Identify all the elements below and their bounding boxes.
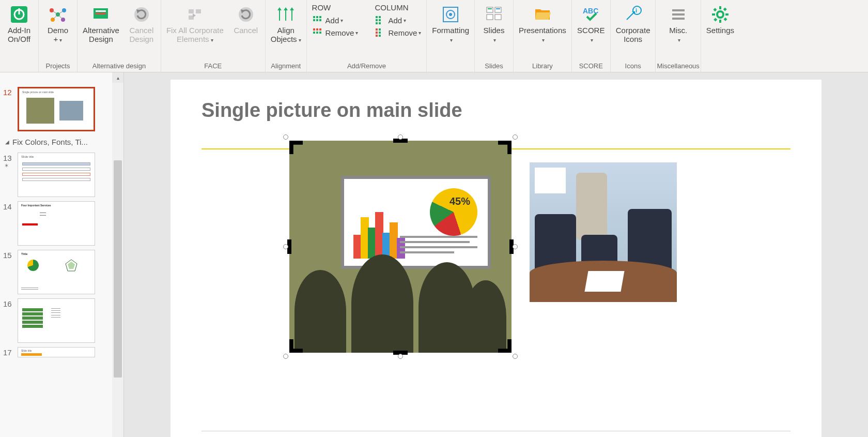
settings-button[interactable]: Settings (702, 2, 738, 37)
selection-handle[interactable] (283, 134, 288, 140)
svg-rect-36 (316, 28, 318, 31)
fix-corporate-button[interactable]: Fix All CorporateElements▾ (162, 2, 228, 46)
altdesign-label: AlternativeDesign (83, 26, 119, 44)
thumb-15[interactable]: 15 Title ▬▬▬▬▬▬▬▬▬▬▬▬▬▬▬▬▬▬▬▬▬▬ (0, 248, 123, 296)
thumbnails-panel: ▴ 12 Single picture on main slide ◢ Fix … (0, 72, 124, 437)
presentations-button[interactable]: Presentations▾ (515, 2, 570, 46)
slide-canvas-area[interactable]: Single picture on main slide (124, 72, 868, 437)
svg-rect-45 (379, 19, 381, 21)
svg-rect-44 (379, 16, 381, 18)
col-remove-button[interactable]: Remove▾ (375, 26, 421, 39)
svg-rect-75 (723, 7, 727, 11)
row-header: ROW (312, 3, 331, 12)
group-alignment: AlignObjects▾ Alignment (266, 0, 307, 72)
svg-rect-77 (723, 18, 727, 21)
thumb-13[interactable]: 13✶ Slide title (0, 150, 123, 199)
svg-rect-29 (313, 16, 315, 18)
thumb-16[interactable]: 16 ▬▬▬▬▬▬▬▬▬▬▬▬▬▬▬▬▬▬▬▬▬▬▬▬▬▬▬▬▬▬ (0, 296, 123, 345)
svg-rect-30 (316, 16, 318, 18)
chevron-down-icon: ▾ (450, 37, 453, 43)
score-button[interactable]: ABC SCORE▾ (573, 2, 609, 46)
selection-handle[interactable] (283, 244, 288, 249)
scroll-up-arrow-icon[interactable]: ▴ (112, 72, 123, 83)
chevron-down-icon: ▾ (211, 37, 213, 43)
thumb-14[interactable]: 14 Four Important Services ▬▬▬▬▬▬ (0, 199, 123, 248)
selection-handle[interactable] (398, 354, 403, 359)
slide-title[interactable]: Single picture on main slide (202, 99, 791, 122)
selection-handle[interactable] (283, 354, 288, 359)
settings-label: Settings (706, 26, 734, 35)
selected-image[interactable]: 45% (289, 141, 512, 353)
corporate-icons-button[interactable]: i CorporateIcons (612, 2, 655, 46)
svg-rect-37 (319, 28, 321, 31)
svg-rect-14 (96, 13, 106, 14)
thumb-image: ▬▬▬▬▬▬▬▬▬▬▬▬▬▬▬▬▬▬▬▬▬▬▬▬▬▬▬▬▬▬ (18, 298, 95, 343)
formatting-label: Formatting (432, 26, 469, 35)
selection-handle[interactable] (513, 134, 518, 140)
selection-handle[interactable] (398, 134, 403, 140)
svg-rect-34 (319, 19, 321, 21)
thumb-12[interactable]: 12 Single picture on main slide (0, 85, 123, 133)
align-objects-button[interactable]: AlignObjects▾ (267, 2, 305, 46)
thumb-17[interactable]: 17 Slide title (0, 345, 123, 359)
thumb-image: Four Important Services ▬▬▬▬▬▬ (18, 201, 95, 246)
power-icon (9, 4, 29, 25)
section-header[interactable]: ◢ Fix Colors, Fonts, Ti... (0, 133, 123, 150)
score-label: SCORE (577, 26, 605, 35)
chevron-down-icon: ▾ (404, 18, 406, 23)
svg-rect-48 (376, 32, 378, 34)
meeting-photo[interactable] (530, 162, 677, 302)
misc-button[interactable]: Misc.▾ (660, 2, 696, 46)
svg-rect-67 (672, 13, 685, 16)
svg-rect-52 (379, 35, 381, 37)
group-slides: Slides▾ Slides (475, 0, 514, 72)
thumb-image: Title ▬▬▬▬▬▬▬▬▬▬▬▬▬▬▬▬▬▬▬▬▬▬ (18, 250, 95, 294)
svg-rect-18 (196, 9, 201, 13)
cancel-design-button[interactable]: CancelDesign (123, 2, 160, 46)
projects-group-label: Projects (46, 61, 70, 71)
undo-icon (131, 4, 152, 25)
demo-label: Demo+ (48, 26, 68, 43)
addin-button[interactable]: Add-InOn/Off (1, 2, 37, 46)
misc-group-label: Miscellaneous (657, 61, 699, 71)
slides-label: Slides (484, 26, 505, 35)
row-add-button[interactable]: Add▾ (312, 14, 344, 26)
cancel-face-button[interactable]: Cancel (228, 2, 264, 37)
group-settings: Settings (701, 0, 739, 72)
demo-button[interactable]: Demo+▾ (40, 2, 76, 46)
svg-rect-43 (376, 22, 378, 24)
altdesign-group-label: Alternative design (92, 61, 146, 71)
svg-line-10 (53, 14, 58, 20)
main-area: ▴ 12 Single picture on main slide ◢ Fix … (0, 72, 868, 437)
chevron-down-icon: ▾ (591, 37, 593, 43)
library-group-label: Library (532, 61, 553, 71)
svg-rect-40 (319, 32, 321, 34)
svg-marker-79 (68, 262, 75, 269)
chevron-down-icon: ▾ (355, 30, 358, 36)
svg-rect-58 (487, 14, 493, 20)
svg-rect-59 (495, 14, 501, 20)
col-add-button[interactable]: Add▾ (375, 14, 406, 26)
slide[interactable]: Single picture on main slide (171, 80, 822, 437)
row-remove-button[interactable]: Remove▾ (312, 26, 359, 39)
alternative-design-button[interactable]: AlternativeDesign (79, 2, 123, 46)
slides-button[interactable]: Slides▾ (476, 2, 512, 46)
triangle-down-icon: ◢ (5, 139, 9, 145)
svg-point-55 (449, 13, 452, 16)
section-title: Fix Colors, Fonts, Ti... (12, 138, 88, 146)
scrollbar-thumb[interactable] (114, 160, 122, 378)
svg-rect-74 (713, 8, 717, 11)
scrollbar-track[interactable]: ▴ (112, 72, 123, 437)
svg-rect-71 (719, 20, 721, 23)
list-icon (668, 4, 689, 25)
formatting-button[interactable]: Formatting▾ (428, 2, 473, 46)
thumb-number: 14 (3, 201, 18, 211)
animation-star-icon: ✶ (4, 162, 18, 169)
selection-handle[interactable] (513, 244, 518, 249)
selection-handle[interactable] (513, 354, 518, 359)
group-icons: i CorporateIcons Icons (611, 0, 656, 72)
target-icon (440, 4, 461, 25)
thumb-image: Single picture on main slide (18, 87, 95, 131)
addin-label: Add-InOn/Off (8, 26, 30, 44)
svg-rect-33 (316, 19, 318, 21)
